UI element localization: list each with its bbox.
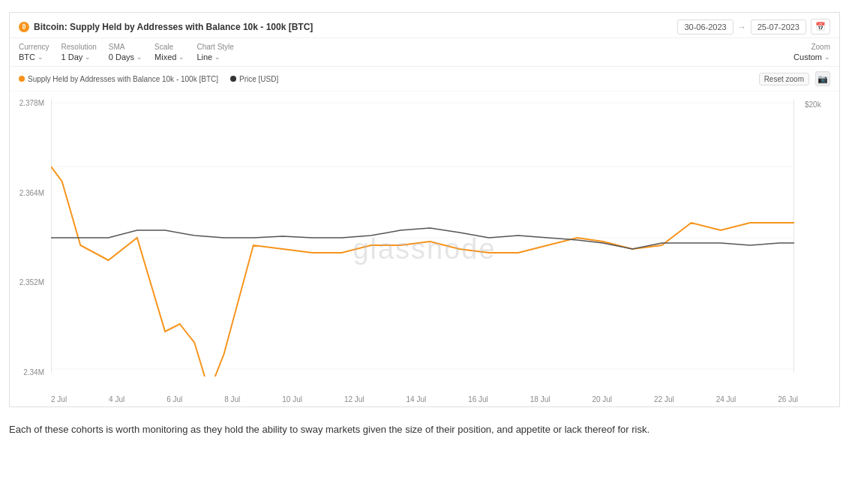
legend-label-supply: Supply Held by Addresses with Balance 10…	[28, 75, 218, 83]
y-label-bottom: 2.34M	[23, 368, 44, 376]
legend-items: Supply Held by Addresses with Balance 10…	[19, 75, 278, 83]
x-label-11: 24 Jul	[716, 395, 736, 404]
legend-right: Reset zoom 📷	[759, 71, 830, 86]
x-label-1: 4 Jul	[109, 395, 124, 404]
reset-zoom-button[interactable]: Reset zoom	[759, 73, 809, 86]
btc-icon: ₿	[19, 22, 29, 32]
legend-dot-price	[230, 76, 236, 82]
x-label-3: 8 Jul	[224, 395, 240, 404]
x-label-2: 6 Jul	[166, 395, 182, 404]
legend-row: Supply Held by Addresses with Balance 10…	[10, 67, 839, 92]
sma-select[interactable]: 0 Days ⌄	[109, 52, 142, 62]
legend-item-supply: Supply Held by Addresses with Balance 10…	[19, 75, 218, 83]
zoom-control: Zoom Custom ⌄	[794, 43, 830, 62]
chart-style-select[interactable]: Line ⌄	[196, 52, 233, 62]
chart-title: ₿ Bitcoin: Supply Held by Addresses with…	[19, 22, 313, 32]
x-label-6: 14 Jul	[406, 395, 427, 404]
y-label-2: 2.364M	[20, 189, 44, 197]
scale-control: Scale Mixed ⌄	[154, 43, 184, 62]
x-label-0: 2 Jul	[51, 395, 67, 404]
currency-select[interactable]: BTC ⌄	[19, 52, 50, 62]
currency-label: Currency	[19, 43, 50, 51]
sma-chevron: ⌄	[136, 53, 142, 61]
x-label-5: 12 Jul	[344, 395, 364, 404]
chart-style-label: Chart Style	[196, 43, 233, 51]
y-right-label: $20k	[805, 100, 821, 109]
x-label-8: 18 Jul	[530, 395, 550, 404]
x-label-4: 10 Jul	[282, 395, 302, 404]
x-label-10: 22 Jul	[654, 395, 674, 404]
calendar-icon[interactable]: 📅	[811, 19, 830, 34]
y-label-top: 2.378M	[20, 99, 44, 107]
chart-style-control: Chart Style Line ⌄	[196, 43, 233, 62]
chart-header: ₿ Bitcoin: Supply Held by Addresses with…	[10, 13, 839, 38]
legend-dot-supply	[19, 76, 25, 82]
legend-label-price: Price [USD]	[239, 75, 278, 83]
resolution-label: Resolution	[62, 43, 97, 51]
chart-style-chevron: ⌄	[214, 53, 220, 61]
date-start[interactable]: 30-06-2023	[677, 20, 733, 34]
scale-chevron: ⌄	[178, 53, 184, 61]
supply-line	[51, 166, 794, 376]
zoom-chevron: ⌄	[824, 53, 830, 61]
zoom-select[interactable]: Custom ⌄	[794, 52, 830, 62]
scale-label: Scale	[154, 43, 184, 51]
y-label-3: 2.352M	[20, 278, 44, 286]
chart-svg	[51, 99, 794, 376]
controls-row: Currency BTC ⌄ Resolution 1 Day ⌄ SMA 0 …	[10, 38, 839, 67]
x-label-12: 26 Jul	[778, 395, 798, 404]
resolution-control: Resolution 1 Day ⌄	[62, 43, 97, 62]
currency-control: Currency BTC ⌄	[19, 43, 50, 62]
scale-select[interactable]: Mixed ⌄	[154, 52, 184, 62]
date-range: 30-06-2023 → 25-07-2023 📅	[677, 19, 830, 34]
resolution-chevron: ⌄	[85, 53, 91, 61]
zoom-label: Zoom	[811, 43, 830, 51]
price-line	[51, 228, 794, 249]
date-arrow: →	[738, 22, 746, 32]
footer-text: Each of these cohorts is worth monitorin…	[0, 413, 849, 444]
page-container: ₿ Bitcoin: Supply Held by Addresses with…	[0, 0, 849, 504]
chart-title-text: Bitcoin: Supply Held by Addresses with B…	[34, 22, 313, 32]
resolution-select[interactable]: 1 Day ⌄	[62, 52, 97, 62]
camera-icon-button[interactable]: 📷	[815, 71, 830, 86]
x-label-9: 20 Jul	[592, 395, 612, 404]
chart-wrapper: ₿ Bitcoin: Supply Held by Addresses with…	[9, 12, 840, 407]
date-end[interactable]: 25-07-2023	[751, 20, 806, 34]
legend-item-price: Price [USD]	[230, 75, 278, 83]
sma-control: SMA 0 Days ⌄	[109, 43, 142, 62]
sma-label: SMA	[109, 43, 142, 51]
chart-area: glassnode 2.378M 2.364M 2.352M 2.34M $20…	[10, 92, 839, 406]
x-label-7: 16 Jul	[468, 395, 488, 404]
currency-chevron: ⌄	[38, 53, 44, 61]
